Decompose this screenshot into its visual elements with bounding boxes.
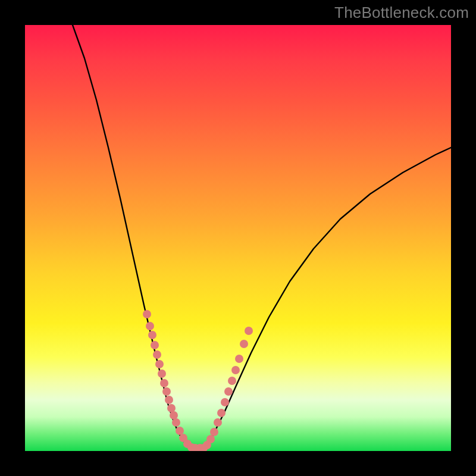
dot (231, 366, 240, 374)
dot (221, 398, 229, 406)
dot (172, 418, 180, 427)
dot (228, 377, 236, 385)
dot (217, 409, 226, 417)
dot (245, 327, 253, 335)
dot (148, 331, 156, 339)
dot (155, 360, 164, 368)
dot (165, 396, 173, 404)
dot (151, 341, 159, 349)
chart-stage: TheBottleneck.com (0, 0, 476, 476)
dot (162, 387, 171, 396)
bottleneck-curve (73, 25, 451, 449)
dot (206, 435, 215, 443)
dot (153, 350, 161, 359)
dot (210, 428, 218, 436)
dot (240, 340, 248, 348)
curve-layer (25, 25, 451, 451)
dot (224, 387, 233, 396)
dot (160, 379, 168, 387)
dot (167, 404, 176, 412)
dot (176, 427, 184, 435)
dot (146, 322, 154, 330)
dot (214, 418, 222, 427)
curve-dots (143, 310, 253, 451)
watermark-label: TheBottleneck.com (334, 4, 469, 22)
dot (143, 310, 151, 318)
dot (170, 411, 178, 419)
dot (235, 355, 243, 363)
dot (158, 369, 166, 378)
plot-area (25, 25, 451, 451)
series-left-branch (73, 25, 192, 448)
series-right-branch (203, 148, 451, 448)
